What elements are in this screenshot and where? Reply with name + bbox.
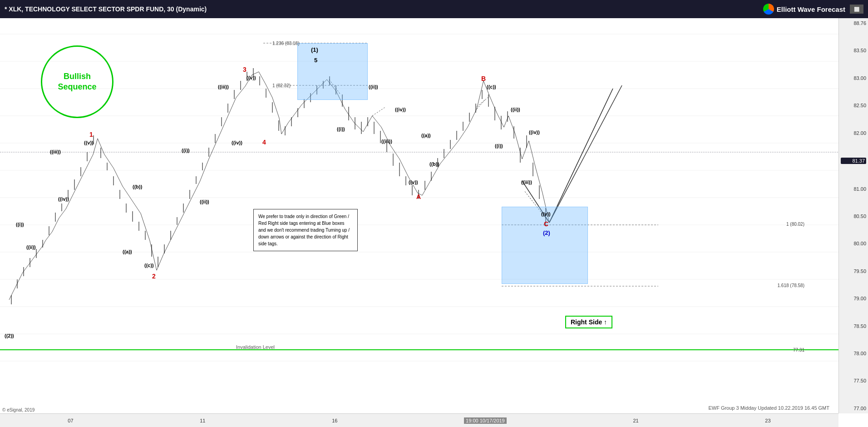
blue-box-wave2: [502, 207, 588, 284]
wave-label-A: A: [416, 193, 421, 200]
wave-label-v-4: ((v)): [541, 211, 551, 217]
wave-label-ii-2: ((ii)): [200, 199, 209, 204]
svg-line-15: [549, 89, 613, 223]
time-axis: 07 11 16 19:00 10/17/2019 21 23: [0, 413, 838, 427]
wave-label-iii-2: ((iii)): [218, 84, 229, 89]
price-8876: 88.76: [841, 20, 866, 26]
invalidation-price: 77.31: [793, 348, 804, 353]
time-11: 11: [200, 418, 205, 423]
fib-1-80: 1 (80.02): [786, 222, 804, 227]
wave-label-ii-4: ((ii)): [511, 107, 520, 112]
logo-icon: [763, 4, 774, 15]
info-text-box: We prefer to trade only in direction of …: [253, 209, 358, 251]
fib-1618: 1.618 (78.58): [778, 283, 805, 288]
wave-label-iii-3: ((iii)): [381, 139, 392, 144]
price-7850: 78.50: [841, 323, 866, 329]
blue-box-wave1: [297, 43, 368, 100]
wave-label-iv-3: ((iv)): [395, 107, 406, 112]
wave-label-iv-4: ((iv)): [529, 129, 540, 135]
bullish-sequence-text: Bullish Sequence: [58, 71, 96, 93]
wave-label-1: 1: [89, 131, 93, 138]
wave-label-iv-2: ((iv)): [232, 140, 242, 145]
fib-1-82: 1 (82.32): [272, 83, 291, 88]
time-1017: 19:00 10/17/2019: [464, 417, 507, 424]
price-8200: 82.00: [841, 130, 866, 136]
price-8350: 83.50: [841, 48, 866, 53]
time-23: 23: [765, 418, 770, 423]
time-21: 21: [633, 418, 638, 423]
right-side-tag[interactable]: Right Side ↑: [565, 316, 612, 328]
logo: Elliott Wave Forecast: [763, 4, 845, 15]
bullish-sequence-circle: Bullish Sequence: [41, 45, 113, 118]
price-8300: 83.00: [841, 75, 866, 81]
price-7950: 79.50: [841, 268, 866, 274]
chart-container: * XLK, TECHNOLOGY SELECT SECTOR SPDR FUN…: [0, 0, 868, 427]
wave-label-c-1: ((c)): [144, 263, 154, 268]
wave-label-c-2: ((c)): [487, 84, 496, 89]
wave-label-ii-3: ((ii)): [369, 84, 378, 89]
chart-area: Bullish Sequence ((i)) ((ii)) ((iii)) ((…: [0, 18, 838, 413]
wave-label-2: 2: [152, 273, 156, 280]
wave-label-v-3: ((v)): [409, 179, 418, 185]
time-16: 16: [332, 418, 337, 423]
wave-label-i-3: ((i)): [337, 126, 345, 132]
wave-label-5: 5: [314, 57, 317, 64]
wave-label-i-1: ((i)): [16, 222, 24, 227]
wave-label-a-1: ((a)): [123, 249, 132, 254]
wave-label-i-2: ((i)): [182, 148, 190, 153]
price-8000: 80.00: [841, 241, 866, 246]
wave-label-a-2: ((a)): [421, 133, 431, 138]
price-axis: 88.76 83.50 83.00 82.50 82.00 81.37 81.0…: [838, 18, 868, 413]
wave-label-iii-4: ((iii)): [521, 179, 532, 185]
logo-text: Elliott Wave Forecast: [777, 5, 845, 13]
price-7700: 77.00: [841, 406, 866, 411]
wave-label-i-4: ((i)): [495, 143, 503, 149]
wave-label-1-paren: (1): [311, 46, 318, 53]
price-7800: 78.00: [841, 351, 866, 356]
wave-label-ii-1: ((ii)): [26, 244, 36, 250]
wave-label-B: B: [481, 75, 486, 82]
wave-label-2-double: ((2)): [5, 333, 14, 338]
header-bar: * XLK, TECHNOLOGY SELECT SECTOR SPDR FUN…: [0, 0, 868, 18]
wave-label-iii-1: ((iii)): [50, 149, 61, 154]
price-8100: 81.00: [841, 186, 866, 192]
price-current: 81.37: [841, 158, 866, 164]
price-7900: 79.00: [841, 296, 866, 301]
chart-svg: [0, 18, 838, 413]
wave-label-iv-1: ((iv)): [58, 196, 69, 202]
source-label: © eSignal, 2019: [2, 407, 35, 412]
wave-label-v-1: ((v)): [84, 140, 94, 145]
wave-label-3: 3: [243, 66, 247, 73]
price-8250: 82.50: [841, 103, 866, 108]
wave-label-2-paren: (2): [543, 229, 550, 236]
wave-label-C: C: [544, 220, 548, 228]
wave-label-b-2: ((b)): [429, 161, 439, 167]
price-8050: 80.50: [841, 214, 866, 219]
wave-label-b-1: ((b)): [133, 184, 142, 189]
fib-1236: 1.236 (83.18): [272, 41, 300, 46]
invalidation-level-label: Invalidation Level: [236, 344, 275, 350]
maximize-button[interactable]: ⬜: [850, 5, 863, 14]
price-7750: 77.50: [841, 378, 866, 383]
bottom-info: EWF Group 3 Midday Updated 10.22.2019 16…: [0, 402, 838, 413]
chart-title: * XLK, TECHNOLOGY SELECT SECTOR SPDR FUN…: [5, 5, 763, 13]
time-07: 07: [68, 418, 73, 423]
wave-label-4: 4: [262, 139, 266, 146]
wave-label-v-2: ((v)): [247, 75, 256, 80]
